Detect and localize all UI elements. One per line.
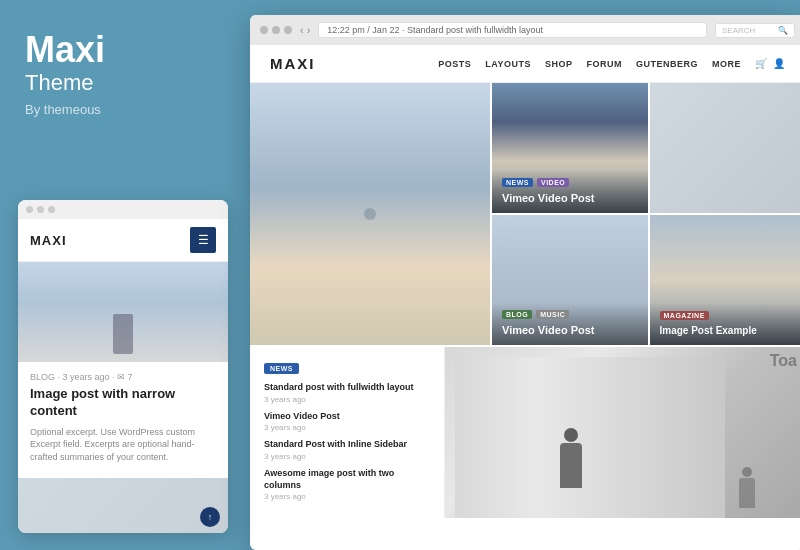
news-item-4-date: 3 years ago <box>264 492 430 501</box>
posts-grid: NEWS VIDEO Vimeo Video Post BLOG MUSIC V… <box>250 83 800 347</box>
post-tags-magazine: MAGAZINE <box>660 311 796 320</box>
news-item-2[interactable]: Vimeo Video Post 3 years ago <box>264 411 430 433</box>
mockup-bottom-image: ↑ <box>18 478 228 533</box>
photo-area: Toa <box>445 347 800 518</box>
news-item-4[interactable]: Awesome image post with two columns 3 ye… <box>264 468 430 501</box>
news-item-3-title: Standard Post with Inline Sidebar <box>264 439 430 451</box>
scroll-up-button[interactable]: ↑ <box>200 507 220 527</box>
user-icon[interactable]: 👤 <box>773 58 785 69</box>
nav-back[interactable]: ‹ <box>300 24 304 36</box>
news-item-1[interactable]: Standard post with fullwidth layout 3 ye… <box>264 382 430 404</box>
browser-nav[interactable]: ‹ › <box>300 24 310 36</box>
post-overlay-audio: BLOG MUSIC Vimeo Video Post <box>492 302 648 345</box>
post-card-vimeo[interactable]: NEWS VIDEO Vimeo Video Post <box>492 83 648 213</box>
brand-subtitle: Theme <box>25 70 220 96</box>
dot-2 <box>37 206 44 213</box>
news-item-4-title: Awesome image post with two columns <box>264 468 430 491</box>
nav-more[interactable]: MORE <box>712 59 741 69</box>
news-item-2-title: Vimeo Video Post <box>264 411 430 423</box>
browser-dot-1 <box>260 26 268 34</box>
news-item-3[interactable]: Standard Post with Inline Sidebar 3 year… <box>264 439 430 461</box>
post-overlay-vimeo: NEWS VIDEO Vimeo Video Post <box>492 170 648 213</box>
nav-forum[interactable]: FORUM <box>586 59 622 69</box>
person-body <box>560 443 582 488</box>
mockup-dots <box>18 200 228 219</box>
post-card-mountains[interactable] <box>250 83 490 345</box>
nav-layouts[interactable]: LAYOUTS <box>485 59 531 69</box>
browser-dots <box>260 26 292 34</box>
left-panel: Maxi Theme By themeous MAXI ☰ BLOG · 3 y… <box>0 0 245 550</box>
post-card-partial-top[interactable] <box>650 83 801 213</box>
mobile-mockup: MAXI ☰ BLOG · 3 years ago · ✉ 7 Image po… <box>18 200 228 533</box>
post-card-stones[interactable]: MAGAZINE Image Post Example <box>650 215 801 345</box>
tag-music: MUSIC <box>536 310 569 319</box>
subway-background <box>445 347 800 518</box>
tag-magazine: MAGAZINE <box>660 311 709 320</box>
browser-window: ‹ › 12:22 pm / Jan 22 · Standard post wi… <box>250 15 800 550</box>
post-title-vimeo: Vimeo Video Post <box>502 191 638 205</box>
nav-forward[interactable]: › <box>307 24 311 36</box>
post-tags-vimeo: NEWS VIDEO <box>502 178 638 187</box>
browser-url-bar[interactable]: 12:22 pm / Jan 22 · Standard post with f… <box>318 22 707 38</box>
mockup-header: MAXI ☰ <box>18 219 228 262</box>
dot-3 <box>48 206 55 213</box>
toa-label: Toa <box>770 352 797 370</box>
mockup-logo: MAXI <box>30 233 67 248</box>
brand-by: By themeous <box>25 102 220 117</box>
hamburger-icon[interactable]: ☰ <box>190 227 216 253</box>
tag-blog: BLOG <box>502 310 532 319</box>
post-title-stones: Image Post Example <box>660 324 796 337</box>
search-placeholder: SEARCH <box>722 26 755 35</box>
nav-gutenberg[interactable]: GUTENBERG <box>636 59 698 69</box>
mockup-hero-image <box>18 262 228 362</box>
news-list: NEWS Standard post with fullwidth layout… <box>250 347 445 518</box>
browser-dot-2 <box>272 26 280 34</box>
post-tags-audio: BLOG MUSIC <box>502 310 638 319</box>
nav-icons: 🛒 👤 <box>755 58 785 69</box>
browser-dot-3 <box>284 26 292 34</box>
news-item-1-title: Standard post with fullwidth layout <box>264 382 430 394</box>
tag-video: VIDEO <box>537 178 569 187</box>
post-card-audio[interactable]: BLOG MUSIC Vimeo Video Post <box>492 215 648 345</box>
news-section-tag: NEWS <box>264 363 299 374</box>
news-item-1-date: 3 years ago <box>264 395 430 404</box>
search-icon[interactable]: 🔍 <box>778 26 788 35</box>
nav-shop[interactable]: SHOP <box>545 59 573 69</box>
site-logo: MAXI <box>270 55 316 72</box>
mockup-excerpt: Optional excerpt. Use WordPress custom E… <box>30 426 216 464</box>
cart-icon[interactable]: 🛒 <box>755 58 767 69</box>
mockup-figure <box>113 314 133 354</box>
post-title-audio: Vimeo Video Post <box>502 323 638 337</box>
site-nav: POSTS LAYOUTS SHOP FORUM GUTENBERG MORE … <box>438 58 785 69</box>
browser-search[interactable]: SEARCH 🔍 <box>715 23 795 38</box>
news-item-2-date: 3 years ago <box>264 423 430 432</box>
person-head <box>564 428 578 442</box>
mockup-meta: BLOG · 3 years ago · ✉ 7 <box>30 372 216 382</box>
person-silhouette <box>553 428 588 508</box>
brand-title: Maxi <box>25 30 220 70</box>
news-item-3-date: 3 years ago <box>264 452 430 461</box>
dot-1 <box>26 206 33 213</box>
nav-posts[interactable]: POSTS <box>438 59 471 69</box>
site-header: MAXI POSTS LAYOUTS SHOP FORUM GUTENBERG … <box>250 45 800 83</box>
mockup-post-title: Image post with narrow content <box>30 386 216 420</box>
tag-news: NEWS <box>502 178 533 187</box>
browser-chrome: ‹ › 12:22 pm / Jan 22 · Standard post wi… <box>250 15 800 45</box>
post-overlay-stones: MAGAZINE Image Post Example <box>650 303 801 345</box>
bottom-section: NEWS Standard post with fullwidth layout… <box>250 347 800 507</box>
mockup-content: BLOG · 3 years ago · ✉ 7 Image post with… <box>18 362 228 474</box>
